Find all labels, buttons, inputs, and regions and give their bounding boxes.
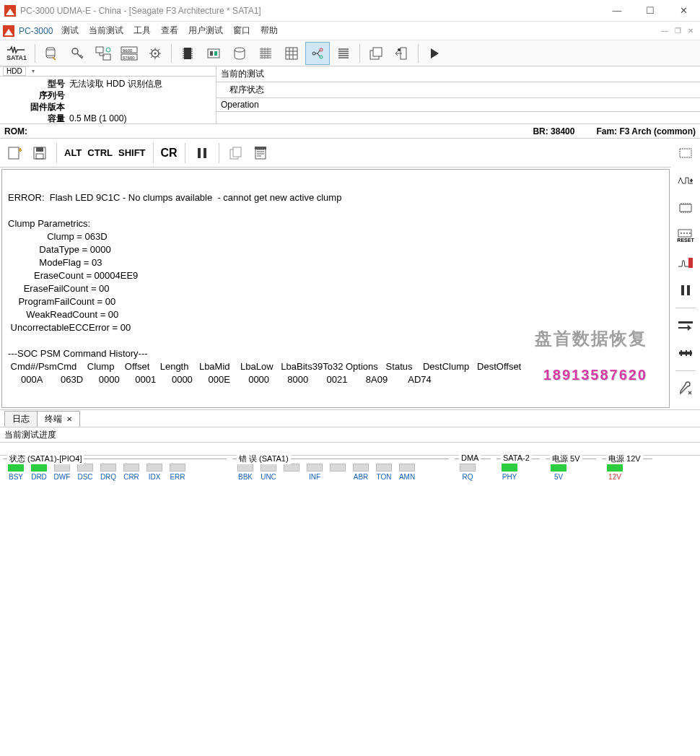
menu-view[interactable]: 查看	[161, 25, 178, 37]
led-indicator	[170, 464, 185, 472]
side-resistor-button[interactable]	[674, 253, 697, 273]
terminal-text: ERROR: Flash LED 9C1C - No clumps availa…	[8, 192, 521, 385]
tab-terminal[interactable]: 终端✕	[37, 411, 80, 427]
resistor-icon	[677, 256, 694, 269]
progress-bar-empty	[0, 443, 700, 456]
side-chip-button[interactable]	[674, 143, 697, 163]
toolbar-stack-button[interactable]	[364, 42, 388, 65]
toolbar-key-button[interactable]	[65, 42, 89, 65]
brand-label[interactable]: PC-3000	[19, 26, 53, 36]
grid-icon	[285, 47, 298, 60]
window-title: PC-3000 UDMA-E - China - [Seagate F3 Arc…	[20, 6, 600, 16]
toolbar-net-button[interactable]	[91, 42, 115, 65]
mdi-minimize-icon[interactable]: —	[660, 26, 670, 36]
status-led-blank	[328, 462, 348, 481]
toolbar-grid-button[interactable]	[279, 42, 304, 65]
br-value: BR: 38400	[533, 126, 574, 136]
led-label: DWF	[52, 473, 72, 481]
close-button[interactable]: ✕	[667, 0, 700, 22]
hdd-panel-title: HDD	[3, 66, 26, 76]
tab-log[interactable]: 日志	[4, 411, 38, 427]
terminal-output[interactable]: ERROR: Flash LED 9C1C - No clumps availa…	[1, 169, 670, 408]
svg-rect-27	[36, 154, 43, 159]
led-indicator	[502, 464, 517, 472]
toolbar-pattern-button[interactable]	[253, 42, 278, 65]
watermark-text1: 盘首数据恢复	[535, 332, 647, 344]
new-page-star-icon	[7, 146, 23, 160]
branch-icon	[310, 46, 325, 61]
led-label: TON	[374, 473, 394, 481]
led-indicator	[146, 464, 162, 472]
svg-rect-33	[255, 147, 266, 149]
status-led-BBK: BBK	[235, 462, 255, 481]
mdi-restore-icon[interactable]: ❐	[673, 26, 683, 36]
side-reset-button[interactable]: RESET	[674, 225, 697, 246]
menu-window[interactable]: 窗口	[233, 25, 250, 37]
led-indicator	[376, 464, 392, 472]
svg-text:9600: 9600	[123, 48, 133, 53]
chip-outline-icon	[678, 147, 694, 160]
toolbar-lines-button[interactable]	[331, 42, 356, 65]
maximize-button[interactable]: ☐	[634, 0, 667, 22]
led-label: UNC	[258, 473, 279, 481]
led-indicator	[330, 464, 346, 472]
pause-button[interactable]	[190, 142, 214, 165]
status-led-DRQ: DRQ	[98, 462, 118, 481]
term-save-button[interactable]	[27, 142, 52, 165]
side-bars-button[interactable]	[674, 343, 697, 363]
toolbar-play-button[interactable]	[422, 42, 447, 65]
hdd-cap-label: 容量	[4, 113, 69, 124]
cr-key-button[interactable]: CR	[158, 147, 180, 160]
status-led-UNC: UNC	[258, 462, 279, 481]
toolbar-exit-button[interactable]	[390, 42, 414, 65]
toolbar-scroll-button[interactable]	[39, 42, 64, 65]
tab-close-icon[interactable]: ✕	[66, 415, 72, 423]
status-led-RQ: RQ	[458, 462, 478, 481]
ctrl-key-button[interactable]: CTRL	[84, 147, 115, 158]
copy-button[interactable]	[224, 142, 248, 165]
svg-point-37	[681, 233, 682, 234]
menu-usertest[interactable]: 用户测试	[188, 25, 223, 37]
toolbar-sata1-button[interactable]: SATA1	[2, 42, 31, 65]
led-indicator	[77, 464, 93, 472]
shift-key-button[interactable]: SHIFT	[115, 147, 149, 158]
side-pause-button[interactable]	[674, 280, 697, 300]
led-label: DRQ	[98, 473, 118, 481]
led-label: ERR	[167, 473, 188, 481]
led-label: AMN	[397, 473, 417, 481]
led-label: DSC	[75, 473, 95, 481]
status-led-ERR: ERR	[167, 462, 188, 481]
toolbar-chip-button[interactable]	[175, 42, 200, 65]
minimize-button[interactable]: —	[600, 0, 634, 22]
status-led-ABR: ABR	[351, 462, 371, 481]
status-bar: 状态 (SATA1)-[PIO4] BSYDRDDWFDSCDRQCRRIDXE…	[0, 456, 700, 484]
svg-point-17	[312, 52, 315, 55]
term-new-button[interactable]	[3, 142, 27, 165]
toolbar-module-button[interactable]	[201, 42, 226, 65]
menu-test[interactable]: 测试	[61, 25, 79, 37]
status-led-INF: INF	[305, 462, 325, 481]
side-pulse-button[interactable]	[674, 170, 697, 191]
led-indicator	[237, 464, 253, 472]
module-icon	[206, 46, 221, 61]
menu-tools[interactable]: 工具	[134, 25, 151, 37]
mdi-close-icon[interactable]: ✕	[686, 26, 696, 36]
svg-rect-29	[204, 148, 206, 158]
properties-button[interactable]	[248, 142, 273, 165]
menu-help[interactable]: 帮助	[261, 25, 278, 37]
side-arrow-button[interactable]	[674, 316, 697, 336]
toolbar-baud-button[interactable]: 960057600	[117, 42, 141, 65]
toolbar-cylinder-button[interactable]	[227, 42, 252, 65]
lines-icon	[337, 47, 350, 60]
tab-log-label: 日志	[12, 414, 30, 424]
alt-key-button[interactable]: ALT	[61, 147, 84, 158]
led-indicator	[123, 464, 139, 472]
led-label: 12V	[605, 473, 625, 481]
menu-current[interactable]: 当前测试	[89, 25, 123, 37]
side-chip2-button[interactable]	[674, 198, 697, 218]
side-tools-button[interactable]	[674, 378, 697, 399]
menu-bar: PC-3000 测试 当前测试 工具 查看 用户测试 窗口 帮助 — ❐ ✕	[0, 22, 700, 40]
status-led-PHY: PHY	[499, 462, 520, 481]
toolbar-branch-button[interactable]	[305, 42, 330, 65]
toolbar-gear-button[interactable]	[143, 42, 167, 65]
